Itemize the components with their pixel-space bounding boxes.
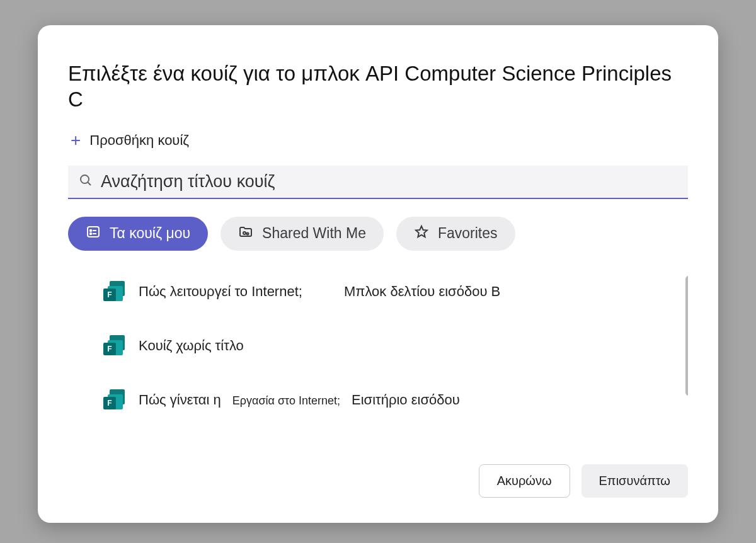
tab-my-quizzes[interactable]: Τα κουίζ μου [68, 217, 208, 251]
svg-marker-9 [416, 226, 427, 237]
svg-point-3 [90, 229, 91, 231]
forms-icon: F [103, 389, 125, 411]
svg-rect-2 [88, 227, 99, 237]
search-input[interactable] [101, 172, 678, 191]
quiz-row[interactable]: F Πώς γίνεται η Εργασία στο Internet; Ει… [103, 389, 688, 411]
search-field-wrap[interactable] [68, 166, 688, 199]
scrollbar-thumb[interactable] [685, 276, 688, 396]
search-icon [78, 173, 93, 190]
add-quiz-label: Προσθήκη κουίζ [89, 132, 189, 149]
quiz-picker-modal: Επιλέξτε ένα κουίζ για το μπλοκ API Comp… [38, 25, 718, 523]
add-quiz-button[interactable]: + Προσθήκη κουίζ [68, 132, 688, 149]
shared-folder-icon [238, 224, 253, 243]
svg-point-5 [90, 232, 91, 234]
modal-footer: Ακυρώνω Επισυνάπτω [68, 464, 688, 498]
tab-label: Shared With Me [262, 225, 366, 242]
svg-line-1 [88, 182, 91, 185]
quiz-row[interactable]: F Κουίζ χωρίς τίτλο [103, 335, 688, 357]
tab-favorites[interactable]: Favorites [396, 217, 515, 251]
quiz-title: Πώς λειτουργεί το Internet; Μπλοκ δελτίο… [139, 283, 500, 300]
svg-point-0 [81, 175, 89, 183]
quiz-title: Πώς γίνεται η Εργασία στο Internet; Εισι… [139, 392, 460, 408]
modal-title: Επιλέξτε ένα κουίζ για το μπλοκ API Comp… [68, 60, 688, 113]
tab-label: Τα κουίζ μου [110, 225, 190, 242]
quiz-list: F Πώς λειτουργεί το Internet; Μπλοκ δελτ… [68, 273, 688, 411]
forms-icon: F [103, 281, 125, 302]
tab-label: Favorites [438, 225, 498, 242]
svg-point-8 [246, 232, 248, 234]
cancel-button[interactable]: Ακυρώνω [479, 464, 570, 498]
tab-shared-with-me[interactable]: Shared With Me [220, 217, 384, 251]
svg-point-7 [243, 232, 246, 234]
forms-icon: F [103, 335, 125, 357]
list-icon [86, 224, 101, 243]
star-icon [414, 224, 429, 243]
plus-icon: + [71, 132, 81, 149]
quiz-list-area: F Πώς λειτουργεί το Internet; Μπλοκ δελτ… [68, 273, 688, 452]
quiz-title: Κουίζ χωρίς τίτλο [139, 338, 244, 354]
filter-tabs: Τα κουίζ μου Shared With Me Favorites [68, 217, 688, 251]
attach-button[interactable]: Επισυνάπτω [581, 464, 688, 498]
quiz-row[interactable]: F Πώς λειτουργεί το Internet; Μπλοκ δελτ… [103, 281, 688, 302]
